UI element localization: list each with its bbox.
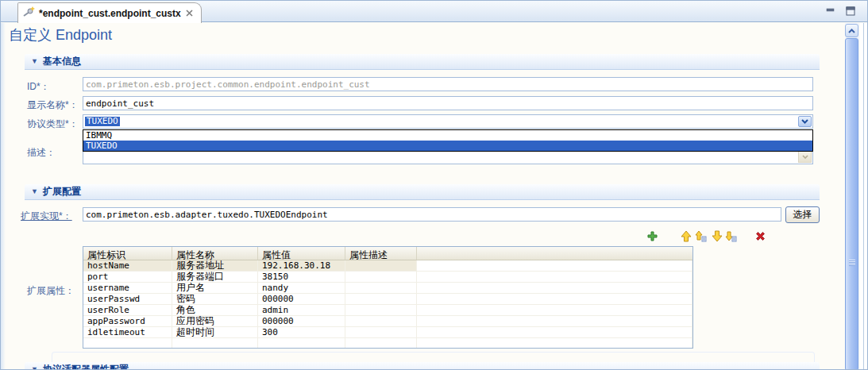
cell-id: port [83,272,172,282]
vertical-scrollbar[interactable] [845,23,859,370]
table-row[interactable]: userRole 角色 admin [83,305,692,316]
move-up-icon[interactable] [679,229,692,243]
cell-value [258,338,345,349]
section-title: 扩展配置 [43,185,81,198]
table-row[interactable]: userPasswd 密码 000000 [83,294,692,305]
cell-desc [345,338,417,349]
description-label: 描述： [27,146,56,160]
cell-value: 300 [258,327,345,337]
add-row-icon[interactable] [646,229,659,243]
section-basic-info[interactable]: ▼ 基本信息 [25,54,820,70]
cell-desc [345,294,417,304]
move-to-bottom-icon[interactable] [724,229,738,243]
section-partial-bottom[interactable]: ▼ 协议适配器属性配置 [25,362,820,370]
cell-desc [345,260,417,271]
column-header-id: 属性标识 [83,247,172,260]
delete-row-icon[interactable] [754,229,767,243]
cell-id: idletimeout [83,327,172,337]
cell-name: 用户名 [172,283,258,293]
chevron-down-icon: ▼ [31,58,38,65]
column-header-name: 属性名称 [172,247,258,260]
cell-name: 角色 [172,305,258,315]
endpoint-plug-icon [23,6,35,21]
table-row[interactable]: appPassword 应用密码 000000 [83,316,692,327]
cell-value: 38150 [258,272,345,282]
cell-value: nandy [258,283,345,293]
cell-desc [345,283,417,293]
editor-right-margin [860,23,868,370]
chevron-down-icon: ▼ [31,366,38,370]
cell-id: username [83,283,172,293]
cell-name: 应用密码 [172,316,258,326]
cell-name: 超时时间 [172,327,258,337]
cell-value: 000000 [258,294,345,304]
editor-left-margin [1,23,6,370]
cell-value: 000000 [258,316,345,326]
chevron-down-icon: ▼ [31,188,38,195]
page-title: 自定义 Endpoint [9,25,112,44]
scrollbar-thumb[interactable] [845,38,858,370]
cell-filler [417,338,692,349]
endpoint-editor-window: *endpoint_cust.endpoint_custx 自定义 Endpoi… [0,0,868,370]
editor-tab[interactable]: *endpoint_cust.endpoint_custx [17,2,202,23]
protocol-dropdown-list: IBMMQ TUXEDO [83,129,813,152]
combo-selected-text: TUXEDO [85,117,120,126]
cell-id: appPassword [83,316,172,326]
tab-title: *endpoint_cust.endpoint_custx [39,8,181,19]
scrollbar-grip [849,260,855,266]
choose-button[interactable]: 选择 [785,206,820,223]
combo-dropdown-button[interactable] [798,116,812,127]
column-header-desc: 属性描述 [345,247,417,260]
column-header-filler [417,247,692,260]
extension-impl-field[interactable]: com.primeton.esb.adapter.tuxedo.TUXEDOEn… [83,207,781,222]
cell-name: 服务器地址 [172,260,258,271]
cell-desc [345,272,417,282]
cell-filler [417,327,692,337]
close-icon[interactable] [185,9,194,17]
scroll-down-icon [798,150,812,163]
cell-desc [345,327,417,337]
cell-id: hostName [83,260,172,271]
cell-filler [417,272,692,282]
move-to-top-icon[interactable] [694,229,708,243]
cell-filler [417,283,692,293]
extension-props-label: 扩展属性： [27,284,75,298]
cell-desc [345,305,417,315]
cell-filler [417,316,692,326]
table-row[interactable]: username 用户名 nandy [83,283,692,294]
cell-id [83,338,172,349]
scroll-up-icon[interactable] [845,24,858,37]
cell-filler [417,294,692,304]
column-header-value: 属性值 [258,247,345,260]
table-row[interactable]: port 服务器端口 38150 [83,272,692,283]
table-row[interactable]: idletimeout 超时时间 300 [83,327,692,338]
table-row[interactable]: hostName 服务器地址 192.168.30.18 [83,260,692,272]
display-name-label: 显示名称*： [27,98,79,112]
cell-id: userRole [83,305,172,315]
cell-id: userPasswd [83,294,172,304]
section-title: 基本信息 [43,55,81,68]
dropdown-option-tuxedo[interactable]: TUXEDO [83,141,812,151]
window-edge-divider [863,23,864,370]
extension-properties-table: 属性标识 属性名称 属性值 属性描述 hostName 服务器地址 192.16… [83,246,693,349]
cell-name: 密码 [172,294,258,304]
display-name-field[interactable]: endpoint_cust [83,96,813,110]
move-down-icon[interactable] [710,229,723,243]
id-label: ID*： [27,80,50,94]
cell-filler [417,260,692,271]
protocol-type-combo[interactable]: TUXEDO [83,114,813,129]
id-field[interactable]: com.primeton.esb.project.common.endpoint… [83,77,813,91]
editor-tab-bar: *endpoint_cust.endpoint_custx [1,1,868,22]
cell-filler [417,305,692,315]
section-extension-config[interactable]: ▼ 扩展配置 [25,184,820,200]
table-header-row: 属性标识 属性名称 属性值 属性描述 [83,247,692,260]
cell-desc [345,316,417,326]
table-row-empty[interactable] [83,338,692,349]
cell-name [172,338,258,349]
maximize-icon[interactable] [845,6,856,16]
section-title: 协议适配器属性配置 [43,363,129,370]
dropdown-option-ibmmq[interactable]: IBMMQ [83,130,812,141]
cell-name: 服务器端口 [172,272,258,282]
extension-impl-link[interactable]: 扩展实现*： [21,210,72,223]
minimize-icon[interactable] [824,6,835,16]
